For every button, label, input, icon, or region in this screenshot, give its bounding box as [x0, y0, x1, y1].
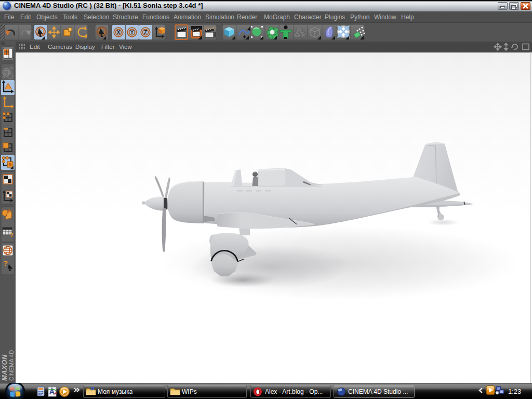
svg-text:?: ? [3, 259, 8, 268]
svg-text:X: X [117, 30, 121, 35]
svg-text:Z: Z [144, 30, 147, 35]
svg-text:Y: Y [130, 30, 134, 35]
svg-text:MAXON: MAXON [1, 354, 8, 381]
svg-text:CINEMA 4D: CINEMA 4D [8, 350, 15, 381]
svg-text:?: ? [10, 232, 14, 238]
